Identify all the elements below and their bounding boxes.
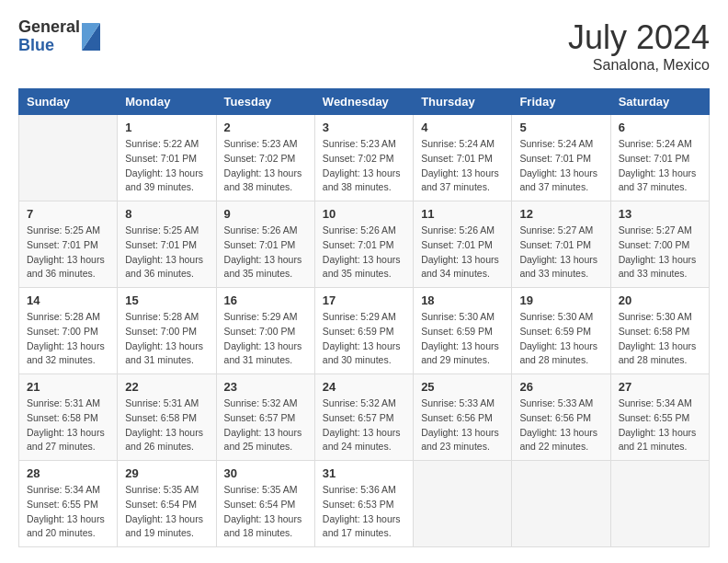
day-info: Sunrise: 5:33 AM Sunset: 6:56 PM Dayligh…	[519, 396, 602, 454]
day-number: 15	[125, 293, 208, 307]
day-info: Sunrise: 5:29 AM Sunset: 6:59 PM Dayligh…	[323, 310, 405, 368]
day-info: Sunrise: 5:30 AM Sunset: 6:59 PM Dayligh…	[421, 310, 504, 368]
day-info: Sunrise: 5:23 AM Sunset: 7:02 PM Dayligh…	[224, 137, 307, 195]
day-number: 6	[619, 121, 701, 134]
day-info: Sunrise: 5:30 AM Sunset: 6:58 PM Dayligh…	[619, 310, 701, 368]
calendar-cell: 10Sunrise: 5:26 AM Sunset: 7:01 PM Dayli…	[314, 201, 413, 288]
day-number: 23	[224, 380, 307, 394]
day-number: 28	[27, 466, 109, 480]
day-number: 11	[421, 207, 504, 221]
calendar-cell: 16Sunrise: 5:29 AM Sunset: 7:00 PM Dayli…	[216, 288, 314, 374]
calendar-header-thursday: Thursday	[414, 89, 512, 115]
day-number: 9	[224, 207, 307, 221]
calendar-cell: 14Sunrise: 5:28 AM Sunset: 7:00 PM Dayli…	[19, 288, 118, 374]
day-number: 22	[125, 380, 208, 394]
day-info: Sunrise: 5:25 AM Sunset: 7:01 PM Dayligh…	[27, 224, 109, 282]
calendar-cell: 2Sunrise: 5:23 AM Sunset: 7:02 PM Daylig…	[216, 115, 314, 201]
calendar-cell: 29Sunrise: 5:35 AM Sunset: 6:54 PM Dayli…	[118, 461, 216, 547]
day-number: 14	[27, 293, 109, 307]
calendar-cell: 25Sunrise: 5:33 AM Sunset: 6:56 PM Dayli…	[414, 374, 512, 461]
calendar-cell: 21Sunrise: 5:31 AM Sunset: 6:58 PM Dayli…	[19, 374, 118, 461]
calendar-cell: 20Sunrise: 5:30 AM Sunset: 6:58 PM Dayli…	[610, 288, 709, 374]
day-number: 10	[323, 207, 405, 221]
day-number: 3	[323, 121, 405, 134]
day-info: Sunrise: 5:24 AM Sunset: 7:01 PM Dayligh…	[519, 137, 602, 195]
calendar-header-friday: Friday	[512, 89, 610, 115]
day-number: 24	[323, 380, 405, 394]
calendar-cell: 11Sunrise: 5:26 AM Sunset: 7:01 PM Dayli…	[414, 201, 512, 288]
day-number: 21	[27, 380, 109, 394]
day-number: 26	[519, 380, 602, 394]
day-number: 4	[421, 121, 504, 134]
calendar-week-3: 14Sunrise: 5:28 AM Sunset: 7:00 PM Dayli…	[19, 288, 710, 374]
calendar-cell	[610, 461, 709, 547]
day-info: Sunrise: 5:28 AM Sunset: 7:00 PM Dayligh…	[125, 310, 208, 368]
calendar-cell: 7Sunrise: 5:25 AM Sunset: 7:01 PM Daylig…	[19, 201, 118, 288]
day-number: 1	[125, 121, 208, 134]
calendar-header-row: SundayMondayTuesdayWednesdayThursdayFrid…	[19, 89, 710, 115]
day-info: Sunrise: 5:30 AM Sunset: 6:59 PM Dayligh…	[519, 310, 602, 368]
location: Sanalona, Mexico	[568, 57, 710, 74]
calendar-cell: 18Sunrise: 5:30 AM Sunset: 6:59 PM Dayli…	[414, 288, 512, 374]
calendar-cell: 26Sunrise: 5:33 AM Sunset: 6:56 PM Dayli…	[512, 374, 610, 461]
calendar-week-1: 1Sunrise: 5:22 AM Sunset: 7:01 PM Daylig…	[19, 115, 710, 201]
day-number: 20	[619, 293, 701, 307]
calendar-header-sunday: Sunday	[19, 89, 118, 115]
calendar-cell: 30Sunrise: 5:35 AM Sunset: 6:54 PM Dayli…	[216, 461, 314, 547]
day-info: Sunrise: 5:22 AM Sunset: 7:01 PM Dayligh…	[125, 137, 208, 195]
calendar-cell: 19Sunrise: 5:30 AM Sunset: 6:59 PM Dayli…	[512, 288, 610, 374]
calendar-cell: 24Sunrise: 5:32 AM Sunset: 6:57 PM Dayli…	[314, 374, 413, 461]
calendar-cell: 12Sunrise: 5:27 AM Sunset: 7:01 PM Dayli…	[512, 201, 610, 288]
calendar-table: SundayMondayTuesdayWednesdayThursdayFrid…	[18, 88, 710, 547]
calendar-week-5: 28Sunrise: 5:34 AM Sunset: 6:55 PM Dayli…	[19, 461, 710, 547]
title-section: July 2024 Sanalona, Mexico	[568, 18, 710, 74]
month-title: July 2024	[568, 18, 710, 57]
calendar-cell: 1Sunrise: 5:22 AM Sunset: 7:01 PM Daylig…	[118, 115, 216, 201]
day-info: Sunrise: 5:23 AM Sunset: 7:02 PM Dayligh…	[323, 137, 405, 195]
calendar-header-wednesday: Wednesday	[314, 89, 413, 115]
calendar-cell: 17Sunrise: 5:29 AM Sunset: 6:59 PM Dayli…	[314, 288, 413, 374]
calendar-cell: 13Sunrise: 5:27 AM Sunset: 7:00 PM Dayli…	[610, 201, 709, 288]
calendar-cell: 5Sunrise: 5:24 AM Sunset: 7:01 PM Daylig…	[512, 115, 610, 201]
calendar-cell: 23Sunrise: 5:32 AM Sunset: 6:57 PM Dayli…	[216, 374, 314, 461]
day-info: Sunrise: 5:26 AM Sunset: 7:01 PM Dayligh…	[224, 224, 307, 282]
calendar-cell: 4Sunrise: 5:24 AM Sunset: 7:01 PM Daylig…	[414, 115, 512, 201]
day-number: 18	[421, 293, 504, 307]
day-info: Sunrise: 5:32 AM Sunset: 6:57 PM Dayligh…	[323, 396, 405, 454]
page-header: General Blue July 2024 Sanalona, Mexico	[18, 18, 710, 74]
day-number: 19	[519, 293, 602, 307]
logo-general-text: General	[18, 18, 80, 37]
day-number: 27	[619, 380, 701, 394]
day-number: 30	[224, 466, 307, 480]
calendar-cell: 22Sunrise: 5:31 AM Sunset: 6:58 PM Dayli…	[118, 374, 216, 461]
day-number: 2	[224, 121, 307, 134]
day-info: Sunrise: 5:35 AM Sunset: 6:54 PM Dayligh…	[125, 483, 208, 541]
calendar-header-monday: Monday	[118, 89, 216, 115]
calendar-cell	[512, 461, 610, 547]
day-info: Sunrise: 5:26 AM Sunset: 7:01 PM Dayligh…	[323, 224, 405, 282]
calendar-cell: 15Sunrise: 5:28 AM Sunset: 7:00 PM Dayli…	[118, 288, 216, 374]
day-number: 16	[224, 293, 307, 307]
day-info: Sunrise: 5:32 AM Sunset: 6:57 PM Dayligh…	[224, 396, 307, 454]
day-info: Sunrise: 5:29 AM Sunset: 7:00 PM Dayligh…	[224, 310, 307, 368]
calendar-cell: 28Sunrise: 5:34 AM Sunset: 6:55 PM Dayli…	[19, 461, 118, 547]
day-info: Sunrise: 5:31 AM Sunset: 6:58 PM Dayligh…	[125, 396, 208, 454]
day-number: 31	[323, 466, 405, 480]
day-info: Sunrise: 5:35 AM Sunset: 6:54 PM Dayligh…	[224, 483, 307, 541]
logo-blue-text: Blue	[18, 37, 80, 55]
calendar-header-saturday: Saturday	[610, 89, 709, 115]
day-number: 25	[421, 380, 504, 394]
day-number: 12	[519, 207, 602, 221]
calendar-cell	[414, 461, 512, 547]
day-info: Sunrise: 5:27 AM Sunset: 7:01 PM Dayligh…	[519, 224, 602, 282]
calendar-cell: 8Sunrise: 5:25 AM Sunset: 7:01 PM Daylig…	[118, 201, 216, 288]
day-number: 13	[619, 207, 701, 221]
day-number: 7	[27, 207, 109, 221]
day-number: 5	[519, 121, 602, 134]
calendar-week-2: 7Sunrise: 5:25 AM Sunset: 7:01 PM Daylig…	[19, 201, 710, 288]
logo: General Blue	[18, 18, 100, 55]
day-info: Sunrise: 5:27 AM Sunset: 7:00 PM Dayligh…	[619, 224, 701, 282]
day-info: Sunrise: 5:36 AM Sunset: 6:53 PM Dayligh…	[323, 483, 405, 541]
day-number: 29	[125, 466, 208, 480]
calendar-cell: 9Sunrise: 5:26 AM Sunset: 7:01 PM Daylig…	[216, 201, 314, 288]
